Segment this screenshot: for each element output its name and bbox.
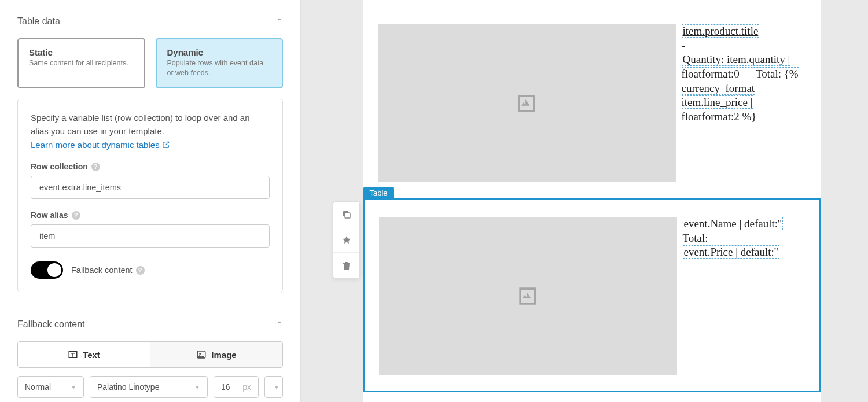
product-title-var: item.product.title xyxy=(682,24,760,38)
help-icon[interactable]: ? xyxy=(91,163,100,171)
section-title: Fallback content xyxy=(17,319,85,330)
fallback-toggle-row: Fallback content ? xyxy=(31,261,270,279)
dynamic-config-box: Specify a variable list (row collection)… xyxy=(17,99,283,293)
fallback-toggle[interactable] xyxy=(31,261,63,279)
toggle-knob xyxy=(47,263,61,277)
product-row[interactable]: item.product.title - Quantity: item.quan… xyxy=(363,0,821,182)
dynamic-option-card[interactable]: Dynamic Populate rows with event data or… xyxy=(156,38,284,88)
trash-icon xyxy=(342,261,351,270)
fallback-image-button[interactable]: Image xyxy=(150,342,282,367)
style-value: Normal xyxy=(25,382,51,392)
fallback-text-button[interactable]: Text xyxy=(18,342,150,367)
total-sep: — Total: xyxy=(740,68,784,80)
footer-paragraph[interactable]: If you have any questions or need any he… xyxy=(363,392,821,402)
fallback-section-header[interactable]: Fallback content ⌃ xyxy=(0,303,300,341)
data-mode-options: Static Same content for all recipients. … xyxy=(0,38,300,99)
learn-more-link[interactable]: Learn more about dynamic tables xyxy=(31,140,170,150)
row-collection-input[interactable] xyxy=(31,176,270,199)
block-type-label: Table xyxy=(363,187,394,199)
dynamic-desc: Populate rows with event data or web fee… xyxy=(167,58,272,78)
external-link-icon xyxy=(162,141,170,149)
star-icon xyxy=(342,235,351,245)
static-option-card[interactable]: Static Same content for all recipients. xyxy=(17,38,145,88)
broken-image-icon xyxy=(515,283,540,309)
image-placeholder[interactable] xyxy=(378,24,676,182)
email-canvas-area: item.product.title - Quantity: item.quan… xyxy=(301,0,868,402)
caret-down-icon: ▼ xyxy=(71,384,76,390)
svg-rect-4 xyxy=(345,213,350,218)
paragraph-style-select[interactable]: Normal▼ xyxy=(17,376,84,398)
chevron-up-icon: ⌃ xyxy=(276,320,283,329)
help-icon[interactable]: ? xyxy=(72,211,80,220)
broken-image-icon xyxy=(514,91,539,116)
image-placeholder[interactable] xyxy=(379,217,677,375)
font-size-stepper[interactable]: ▼ xyxy=(264,376,283,398)
image-icon xyxy=(196,349,207,360)
image-btn-label: Image xyxy=(211,350,236,360)
row-collection-field: Row collection ? xyxy=(31,162,270,199)
delete-button[interactable] xyxy=(333,253,359,278)
table-data-section-header[interactable]: Table data ⌃ xyxy=(0,0,300,38)
selected-table-block[interactable]: Table event.Name | default:'' Total: eve… xyxy=(363,198,821,392)
row-alias-field: Row alias ? xyxy=(31,211,270,248)
section-title: Table data xyxy=(17,16,60,27)
fallback-toggle-label: Fallback content xyxy=(71,265,133,275)
font-family-select[interactable]: Palatino Linotype▼ xyxy=(90,376,208,398)
favorite-button[interactable] xyxy=(333,227,359,253)
dynamic-title: Dynamic xyxy=(167,47,272,57)
text-icon xyxy=(68,349,78,360)
separator: - xyxy=(682,39,685,51)
size-value: 16 xyxy=(221,382,230,392)
email-content: item.product.title - Quantity: item.quan… xyxy=(363,0,821,402)
chevron-up-icon: ⌃ xyxy=(276,17,283,26)
product-row: event.Name | default:'' Total: event.Pri… xyxy=(379,217,805,375)
row-collection-label: Row collection xyxy=(31,162,88,171)
learn-more-text: Learn more about dynamic tables xyxy=(31,140,160,150)
duplicate-icon xyxy=(342,210,351,219)
row-alias-label: Row alias xyxy=(31,211,68,220)
quantity-block: Quantity: item.quantity | floatformat:0 … xyxy=(682,53,799,123)
block-action-toolbar xyxy=(333,201,360,279)
row-alias-input[interactable] xyxy=(31,224,270,248)
help-icon[interactable]: ? xyxy=(136,266,145,275)
duplicate-button[interactable] xyxy=(333,202,359,227)
product-text[interactable]: event.Name | default:'' Total: event.Pri… xyxy=(683,217,805,260)
event-price-var: event.Price | default:'' xyxy=(683,245,779,259)
font-size-input[interactable]: 16 px xyxy=(214,376,259,398)
size-unit: px xyxy=(242,382,251,392)
quantity-label: Quantity: xyxy=(683,53,724,65)
product-text[interactable]: item.product.title - Quantity: item.quan… xyxy=(682,24,806,124)
total-label: Total: xyxy=(683,232,708,244)
properties-sidebar: Table data ⌃ Static Same content for all… xyxy=(0,0,301,402)
event-name-var: event.Name | default:'' xyxy=(683,217,783,230)
caret-down-icon: ▼ xyxy=(274,384,279,390)
text-format-bar: Normal▼ Palatino Linotype▼ 16 px ▼ xyxy=(0,376,300,398)
static-title: Static xyxy=(29,47,134,57)
font-value: Palatino Linotype xyxy=(97,382,159,392)
static-desc: Same content for all recipients. xyxy=(29,58,134,68)
caret-down-icon: ▼ xyxy=(194,384,200,390)
svg-point-2 xyxy=(200,353,201,355)
fallback-type-toggle: Text Image xyxy=(17,341,283,368)
instruction-text: Specify a variable list (row collection)… xyxy=(31,111,270,138)
text-btn-label: Text xyxy=(83,350,100,360)
